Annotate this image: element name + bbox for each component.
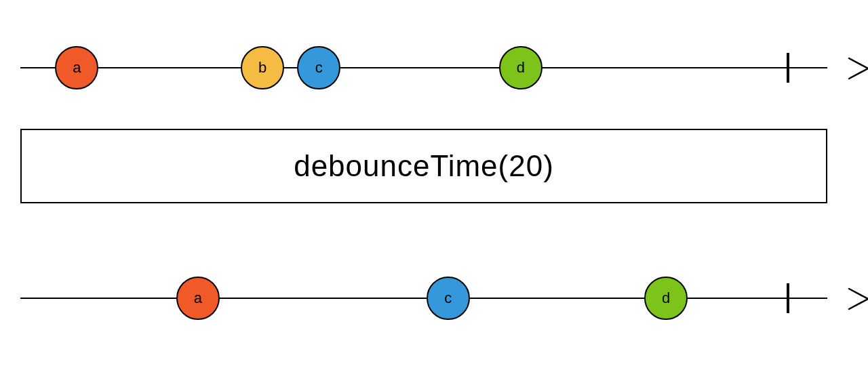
marble-a: a bbox=[176, 277, 220, 320]
marble-diagram: abcd debounceTime(20) acd bbox=[0, 0, 868, 366]
marble-d: d bbox=[499, 46, 542, 89]
input-timeline: abcd bbox=[20, 41, 848, 95]
output-timeline: acd bbox=[20, 271, 848, 325]
timeline-axis bbox=[20, 67, 827, 68]
operator-box: debounceTime(20) bbox=[20, 129, 827, 203]
timeline-axis bbox=[20, 298, 827, 299]
completion-tick bbox=[787, 53, 789, 83]
operator-label: debounceTime(20) bbox=[294, 149, 554, 183]
marble-b: b bbox=[241, 46, 284, 89]
marble-c: c bbox=[427, 277, 470, 320]
completion-tick bbox=[787, 283, 789, 313]
marble-a: a bbox=[55, 46, 98, 89]
marble-c: c bbox=[297, 46, 340, 89]
marble-d: d bbox=[644, 277, 688, 320]
